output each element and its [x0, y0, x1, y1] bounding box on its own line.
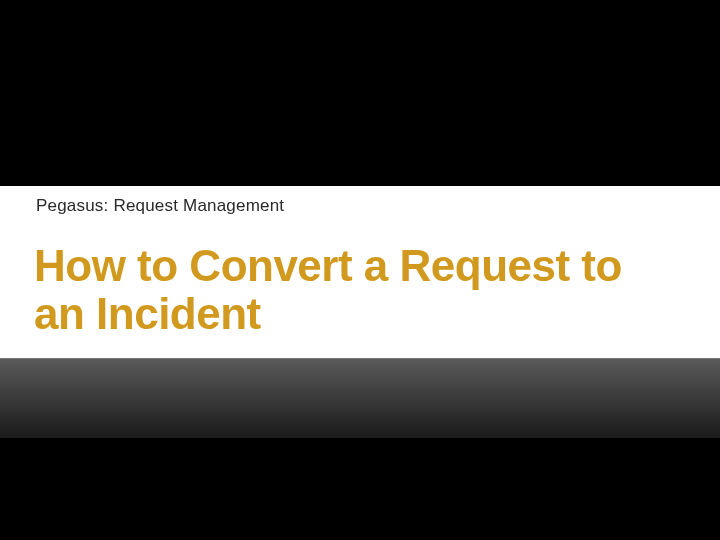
- slide-title: How to Convert a Request to an Incident: [34, 242, 680, 339]
- gradient-band: [0, 358, 720, 438]
- slide: Pegasus: Request Management How to Conve…: [0, 0, 720, 540]
- slide-subtitle: Pegasus: Request Management: [36, 196, 284, 216]
- bottom-area: [0, 438, 720, 540]
